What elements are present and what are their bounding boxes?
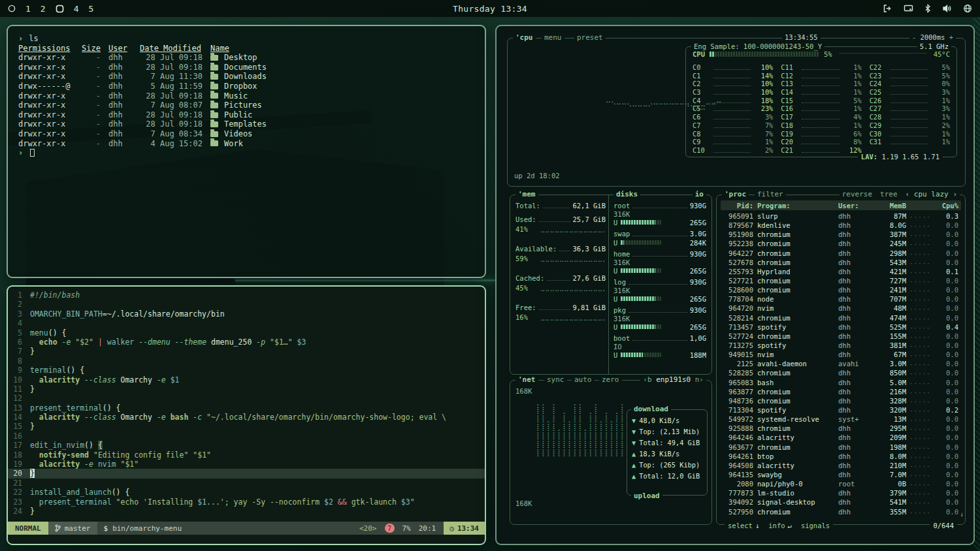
process-row[interactable]: 394092signal-desktopdhh541M⠄⠄⠄⠄⠄⠄⠄0.0 <box>721 497 961 507</box>
ls-name[interactable]: Downloads <box>210 72 474 82</box>
process-cpu-graph: ⠄⠄⠄⠄⠄⠄⠄ <box>910 324 932 330</box>
process-row[interactable]: 964227chromiumdhh298M⠄⠄⠄⠄⠄⠄⠄0.0 <box>721 249 961 258</box>
process-row[interactable]: 964135swaybgdhh7.0M⠄⠄⠄⠄⠄⠄⠄0.0 <box>721 470 961 479</box>
menu-button[interactable]: menu <box>542 33 564 42</box>
clock[interactable]: Thursday 13:34 <box>274 4 706 14</box>
footer-signals-button[interactable]: signals <box>801 522 830 529</box>
process-row[interactable]: 963877chromiumdhh216M⠄⠄⠄⠄⠄⠄⠄0.0 <box>721 387 961 396</box>
logout-icon[interactable] <box>883 4 892 13</box>
net-interface-selector[interactable]: ‹b enp191s0 n› <box>640 375 706 384</box>
ls-name[interactable]: Music <box>210 91 474 101</box>
cpu-box-title[interactable]: 'cpu <box>513 33 536 42</box>
process-row[interactable]: 963677chromiumdhh198M⠄⠄⠄⠄⠄⠄⠄0.0 <box>721 443 961 452</box>
workspace-4[interactable]: 4 <box>74 4 79 14</box>
process-row[interactable]: 951908chromiumdhh387M⠄⠄⠄⠄⠄⠄⠄0.0 <box>721 230 961 239</box>
disk-used-meter <box>621 296 661 301</box>
process-row[interactable]: 527678chromiumdhh543M⠄⠄⠄⠄⠄⠄⠄0.0 <box>721 258 961 267</box>
preset-button[interactable]: preset <box>574 33 606 42</box>
editor-window[interactable]: 1#!/bin/bash2 3OMARCHY_BIN_PATH=~/.local… <box>7 285 486 545</box>
process-pid: 713457 <box>723 323 753 331</box>
screenshare-icon[interactable] <box>904 4 913 13</box>
interval-decrease-button[interactable]: - <box>912 33 916 41</box>
process-row[interactable]: 713457spotifydhh525M⠄⠄⠄⠄⠄⠄⠄0.4 <box>721 323 961 332</box>
scroll-down-icon[interactable]: ↓ <box>960 511 964 518</box>
ls-name[interactable]: Pictures <box>210 101 474 110</box>
ls-name[interactable]: Work <box>210 139 474 149</box>
footer-select-button[interactable]: select↓ <box>728 522 759 529</box>
process-row[interactable]: 527721chromiumdhh727M⠄⠄⠄⠄⠄⠄⠄0.0 <box>721 276 961 285</box>
net-zero-button[interactable]: zero <box>599 375 622 384</box>
process-count: 0/644 <box>930 522 957 529</box>
net-box-title[interactable]: 'net <box>515 375 538 384</box>
core-name: C17 <box>781 113 799 121</box>
process-row[interactable]: 879567kdenlivedhh8.0G⠄⠄⠄⠄⠄⠄⠄0.0 <box>721 221 961 230</box>
process-row[interactable]: 964508alacrittydhh210M⠄⠄⠄⠄⠄⠄⠄0.0 <box>721 461 961 470</box>
ls-name[interactable]: Templates <box>210 119 474 129</box>
workspace-1[interactable]: 1 <box>25 4 31 14</box>
ls-name[interactable]: Documents <box>210 63 474 72</box>
shell-prompt-empty[interactable]: › <box>18 148 474 158</box>
process-row[interactable]: 952238chromiumdhh245M⠄⠄⠄⠄⠄⠄⠄0.0 <box>721 239 961 248</box>
volume-icon[interactable] <box>942 4 952 13</box>
process-row[interactable]: 925888chromiumdhh295M⠄⠄⠄⠄⠄⠄⠄0.0 <box>721 424 961 433</box>
globe-icon[interactable] <box>963 4 972 13</box>
core-name: C30 <box>870 130 888 138</box>
process-name: chromium <box>757 259 834 266</box>
process-row[interactable]: 527950chromiumdhh355M⠄⠄⠄⠄⠄⠄⠄0.0 <box>721 507 961 516</box>
process-name: spotify <box>757 406 834 414</box>
filter-button[interactable]: filter <box>755 190 786 198</box>
ls-row: drwxr-xr-x-dhh28 Jul 09:18Public <box>18 110 474 120</box>
process-row[interactable]: 528285chromiumdhh850M⠄⠄⠄⠄⠄⠄⠄0.0 <box>721 368 961 377</box>
sort-selector[interactable]: ‹ cpu lazy › <box>906 190 957 198</box>
process-row[interactable]: 964261btopdhh8.0M⠄⠄⠄⠄⠄⠄⠄0.0 <box>721 452 961 461</box>
mem-box-title[interactable]: 'mem <box>515 190 538 198</box>
process-row[interactable]: 777873lm-studiodhh379M⠄⠄⠄⠄⠄⠄⠄0.0 <box>721 488 961 497</box>
ls-name[interactable]: Videos <box>210 129 474 139</box>
process-row[interactable]: 964720nvimdhh48M⠄⠄⠄⠄⠄⠄⠄0.0 <box>721 304 961 313</box>
reverse-button[interactable]: reverse <box>842 190 872 198</box>
process-row[interactable]: 527724chromiumdhh155M⠄⠄⠄⠄⠄⠄⠄0.0 <box>721 332 961 341</box>
ls-name[interactable]: Desktop <box>210 53 474 63</box>
interval-increase-button[interactable]: + <box>949 33 953 41</box>
process-row[interactable]: 549972systemd-resolvesyst+13M⠄⠄⠄⠄⠄⠄⠄0.0 <box>721 415 961 424</box>
ls-name[interactable]: Dropbox <box>210 82 474 91</box>
process-name: Hyprland <box>757 268 834 276</box>
process-cpu-graph: ⠄⠄⠄⠄⠄⠄⠄ <box>910 287 932 293</box>
process-row[interactable]: 965091slurpdhh87M⠄⠄⠄⠄⠄⠄⠄0.3 <box>721 212 961 221</box>
process-row[interactable]: 713275spotifydhh381M⠄⠄⠄⠄⠄⠄⠄0.0 <box>721 341 961 350</box>
process-row[interactable]: 255793Hyprlanddhh421M⠄⠄⠄⠄⠄⠄⠄0.1 <box>721 267 961 276</box>
process-row[interactable]: 964246alacrittydhh209M⠄⠄⠄⠄⠄⠄⠄0.0 <box>721 433 961 442</box>
launcher-circle-icon[interactable] <box>8 5 16 12</box>
process-row[interactable]: 2125avahi-daemonavahi3.0M⠄⠄⠄⠄⠄⠄⠄0.0 <box>721 359 961 368</box>
process-row[interactable]: 528600chromiumdhh241M⠄⠄⠄⠄⠄⠄⠄0.0 <box>721 285 961 294</box>
process-row[interactable]: 528214chromiumdhh474M⠄⠄⠄⠄⠄⠄⠄0.0 <box>721 313 961 323</box>
process-row[interactable]: 965083bashdhh5.0M⠄⠄⠄⠄⠄⠄⠄0.0 <box>721 378 961 387</box>
net-sync-button[interactable]: sync <box>544 375 567 384</box>
disks-title[interactable]: disks <box>613 190 640 198</box>
io-title[interactable]: io <box>693 190 706 198</box>
bluetooth-icon[interactable] <box>924 4 931 13</box>
btop-window[interactable]: 'cpu menu preset 13:34:55 - 2000ms + ⠉⠑⠒… <box>495 25 975 545</box>
workspace-active-icon[interactable] <box>56 5 64 13</box>
process-row[interactable]: 2080napi/phy0-0root0B⠄⠄⠄⠄⠄⠄⠄0.0 <box>721 479 961 488</box>
ls-name[interactable]: Public <box>210 110 474 120</box>
process-row[interactable]: 778704nodedhh707M⠄⠄⠄⠄⠄⠄⠄0.0 <box>721 294 961 304</box>
cpu-core-column: C111%C121%C131%C141%C155%C161%C174%C181%… <box>781 63 861 153</box>
workspace-5[interactable]: 5 <box>88 4 93 14</box>
process-row[interactable]: 713304spotifydhh320M⠄⠄⠄⠄⠄⠄⠄0.2 <box>721 405 961 415</box>
tree-button[interactable]: tree <box>880 190 898 198</box>
workspace-2[interactable]: 2 <box>41 4 46 14</box>
terminal-window[interactable]: ›ls Permissions Size User Date Modified … <box>7 25 486 278</box>
cpu-core-column: C225%C235%C240%C253%C261%C273%C281%C292%… <box>870 63 950 153</box>
process-memory: 295M <box>872 424 906 432</box>
code-area[interactable]: 1#!/bin/bash2 3OMARCHY_BIN_PATH=~/.local… <box>8 291 485 522</box>
process-row[interactable]: 949015nvimdhh67M⠄⠄⠄⠄⠄⠄⠄0.0 <box>721 350 961 359</box>
process-cpu: 0.0 <box>936 489 958 497</box>
core-name: C19 <box>781 130 799 138</box>
net-auto-button[interactable]: auto <box>572 375 595 384</box>
proc-box-title[interactable]: 'proc <box>722 190 749 198</box>
footer-info-button[interactable]: info↵ <box>768 522 792 529</box>
ls-header-size: Size <box>81 44 101 54</box>
code-line: 21 <box>8 479 485 488</box>
process-row[interactable]: 948736chromiumdhh328M⠄⠄⠄⠄⠄⠄⠄0.0 <box>721 396 961 405</box>
